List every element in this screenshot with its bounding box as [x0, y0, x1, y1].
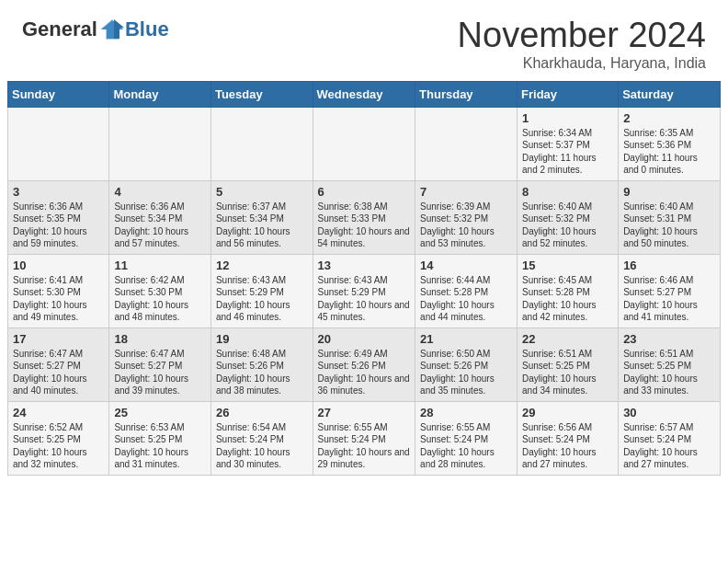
day-info: Sunrise: 6:51 AM Sunset: 5:25 PM Dayligh…	[522, 348, 613, 397]
day-number: 9	[623, 185, 715, 199]
day-info: Sunrise: 6:44 AM Sunset: 5:28 PM Dayligh…	[420, 274, 512, 324]
day-cell: 8Sunrise: 6:40 AM Sunset: 5:32 PM Daylig…	[518, 180, 619, 254]
day-info: Sunrise: 6:55 AM Sunset: 5:24 PM Dayligh…	[318, 421, 411, 471]
day-number: 29	[522, 406, 613, 419]
day-cell: 22Sunrise: 6:51 AM Sunset: 5:25 PM Dayli…	[518, 327, 619, 401]
day-info: Sunrise: 6:42 AM Sunset: 5:30 PM Dayligh…	[114, 274, 206, 324]
day-cell: 11Sunrise: 6:42 AM Sunset: 5:30 PM Dayli…	[109, 254, 211, 327]
week-row-4: 17Sunrise: 6:47 AM Sunset: 5:27 PM Dayli…	[8, 327, 721, 401]
day-cell: 29Sunrise: 6:56 AM Sunset: 5:24 PM Dayli…	[518, 401, 619, 475]
col-header-saturday: Saturday	[619, 81, 721, 107]
day-cell: 2Sunrise: 6:35 AM Sunset: 5:36 PM Daylig…	[619, 107, 721, 180]
day-info: Sunrise: 6:48 AM Sunset: 5:26 PM Dayligh…	[216, 348, 308, 397]
day-cell: 28Sunrise: 6:55 AM Sunset: 5:24 PM Dayli…	[415, 401, 518, 475]
day-cell: 27Sunrise: 6:55 AM Sunset: 5:24 PM Dayli…	[313, 401, 415, 475]
day-cell: 17Sunrise: 6:47 AM Sunset: 5:27 PM Dayli…	[8, 327, 109, 401]
col-header-tuesday: Tuesday	[210, 81, 313, 107]
day-number: 10	[13, 259, 104, 272]
day-cell: 3Sunrise: 6:36 AM Sunset: 5:35 PM Daylig…	[8, 180, 109, 254]
calendar-header-row: SundayMondayTuesdayWednesdayThursdayFrid…	[8, 81, 721, 107]
day-number: 11	[114, 259, 206, 272]
day-info: Sunrise: 6:43 AM Sunset: 5:29 PM Dayligh…	[318, 274, 411, 324]
day-cell	[313, 107, 415, 180]
day-cell: 1Sunrise: 6:34 AM Sunset: 5:37 PM Daylig…	[518, 107, 619, 180]
col-header-monday: Monday	[109, 81, 211, 107]
day-info: Sunrise: 6:36 AM Sunset: 5:34 PM Dayligh…	[114, 201, 206, 250]
day-info: Sunrise: 6:40 AM Sunset: 5:31 PM Dayligh…	[623, 201, 715, 250]
week-row-5: 24Sunrise: 6:52 AM Sunset: 5:25 PM Dayli…	[8, 401, 721, 475]
day-cell: 19Sunrise: 6:48 AM Sunset: 5:26 PM Dayli…	[210, 327, 313, 401]
day-info: Sunrise: 6:51 AM Sunset: 5:25 PM Dayligh…	[623, 348, 715, 397]
day-cell: 25Sunrise: 6:53 AM Sunset: 5:25 PM Dayli…	[109, 401, 211, 475]
day-info: Sunrise: 6:38 AM Sunset: 5:33 PM Dayligh…	[318, 201, 411, 250]
day-cell: 10Sunrise: 6:41 AM Sunset: 5:30 PM Dayli…	[8, 254, 109, 327]
day-number: 12	[216, 259, 308, 272]
day-cell: 21Sunrise: 6:50 AM Sunset: 5:26 PM Dayli…	[415, 327, 518, 401]
day-info: Sunrise: 6:46 AM Sunset: 5:27 PM Dayligh…	[623, 274, 715, 324]
week-row-2: 3Sunrise: 6:36 AM Sunset: 5:35 PM Daylig…	[8, 180, 721, 254]
day-cell: 14Sunrise: 6:44 AM Sunset: 5:28 PM Dayli…	[415, 254, 518, 327]
day-info: Sunrise: 6:49 AM Sunset: 5:26 PM Dayligh…	[318, 348, 411, 397]
day-number: 14	[420, 259, 512, 272]
day-info: Sunrise: 6:56 AM Sunset: 5:24 PM Dayligh…	[522, 421, 613, 471]
logo-blue: Blue	[125, 17, 169, 41]
day-info: Sunrise: 6:47 AM Sunset: 5:27 PM Dayligh…	[114, 348, 206, 397]
day-number: 1	[522, 111, 613, 125]
day-cell: 12Sunrise: 6:43 AM Sunset: 5:29 PM Dayli…	[210, 254, 313, 327]
logo: General Blue	[22, 17, 169, 42]
day-number: 30	[623, 406, 715, 419]
month-title: November 2024	[458, 17, 706, 55]
day-cell: 30Sunrise: 6:57 AM Sunset: 5:24 PM Dayli…	[619, 401, 721, 475]
day-cell	[210, 107, 313, 180]
logo-icon	[99, 17, 125, 42]
day-info: Sunrise: 6:45 AM Sunset: 5:28 PM Dayligh…	[522, 274, 613, 324]
day-cell: 23Sunrise: 6:51 AM Sunset: 5:25 PM Dayli…	[619, 327, 721, 401]
col-header-sunday: Sunday	[8, 81, 109, 107]
day-info: Sunrise: 6:54 AM Sunset: 5:24 PM Dayligh…	[216, 421, 308, 471]
day-number: 22	[522, 332, 613, 346]
calendar-table: SundayMondayTuesdayWednesdayThursdayFrid…	[7, 81, 721, 476]
day-number: 24	[13, 406, 104, 419]
col-header-thursday: Thursday	[415, 81, 518, 107]
day-info: Sunrise: 6:43 AM Sunset: 5:29 PM Dayligh…	[216, 274, 308, 324]
day-number: 15	[522, 259, 613, 272]
day-number: 18	[114, 332, 206, 346]
day-info: Sunrise: 6:41 AM Sunset: 5:30 PM Dayligh…	[13, 274, 104, 324]
calendar-body: 1Sunrise: 6:34 AM Sunset: 5:37 PM Daylig…	[8, 107, 721, 475]
day-cell: 26Sunrise: 6:54 AM Sunset: 5:24 PM Dayli…	[210, 401, 313, 475]
day-number: 27	[318, 406, 411, 419]
day-info: Sunrise: 6:35 AM Sunset: 5:36 PM Dayligh…	[623, 127, 715, 177]
page: General Blue November 2024 Kharkhauda, H…	[0, 0, 728, 563]
header: General Blue November 2024 Kharkhauda, H…	[0, 0, 728, 81]
day-number: 26	[216, 406, 308, 419]
day-cell: 9Sunrise: 6:40 AM Sunset: 5:31 PM Daylig…	[619, 180, 721, 254]
day-number: 13	[318, 259, 411, 272]
title-block: November 2024 Kharkhauda, Haryana, India	[458, 17, 706, 72]
day-cell: 18Sunrise: 6:47 AM Sunset: 5:27 PM Dayli…	[109, 327, 211, 401]
location-title: Kharkhauda, Haryana, India	[458, 55, 706, 72]
day-number: 25	[114, 406, 206, 419]
day-cell: 24Sunrise: 6:52 AM Sunset: 5:25 PM Dayli…	[8, 401, 109, 475]
day-number: 8	[522, 185, 613, 199]
day-number: 3	[13, 185, 104, 199]
day-cell: 16Sunrise: 6:46 AM Sunset: 5:27 PM Dayli…	[619, 254, 721, 327]
day-number: 20	[318, 332, 411, 346]
day-info: Sunrise: 6:53 AM Sunset: 5:25 PM Dayligh…	[114, 421, 206, 471]
day-number: 6	[318, 185, 411, 199]
day-info: Sunrise: 6:40 AM Sunset: 5:32 PM Dayligh…	[522, 201, 613, 250]
day-cell: 7Sunrise: 6:39 AM Sunset: 5:32 PM Daylig…	[415, 180, 518, 254]
day-number: 2	[623, 111, 715, 125]
day-info: Sunrise: 6:47 AM Sunset: 5:27 PM Dayligh…	[13, 348, 104, 397]
day-number: 28	[420, 406, 512, 419]
day-info: Sunrise: 6:36 AM Sunset: 5:35 PM Dayligh…	[13, 201, 104, 250]
day-cell	[109, 107, 211, 180]
logo-text: General Blue	[22, 17, 169, 42]
day-info: Sunrise: 6:57 AM Sunset: 5:24 PM Dayligh…	[623, 421, 715, 471]
day-info: Sunrise: 6:37 AM Sunset: 5:34 PM Dayligh…	[216, 201, 308, 250]
day-cell: 13Sunrise: 6:43 AM Sunset: 5:29 PM Dayli…	[313, 254, 415, 327]
day-info: Sunrise: 6:50 AM Sunset: 5:26 PM Dayligh…	[420, 348, 512, 397]
day-info: Sunrise: 6:39 AM Sunset: 5:32 PM Dayligh…	[420, 201, 512, 250]
week-row-1: 1Sunrise: 6:34 AM Sunset: 5:37 PM Daylig…	[8, 107, 721, 180]
day-number: 5	[216, 185, 308, 199]
day-number: 19	[216, 332, 308, 346]
